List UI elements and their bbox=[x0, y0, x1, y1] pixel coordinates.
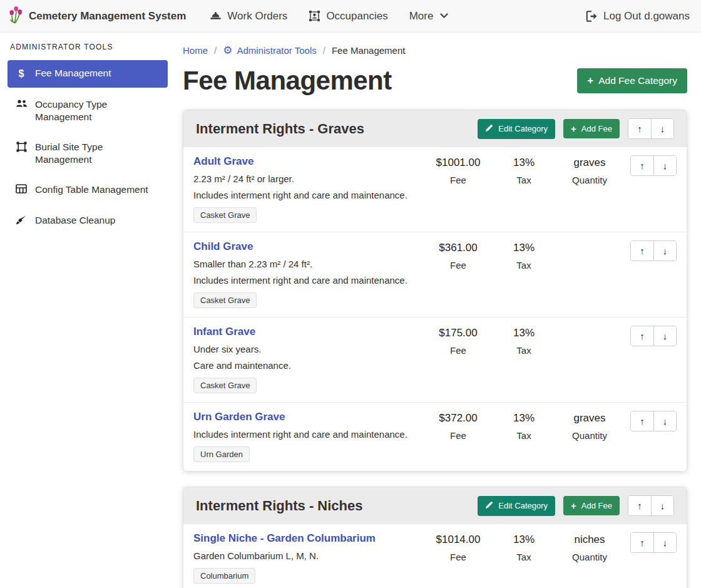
fee-amount: $1014.00 bbox=[424, 534, 493, 546]
breadcrumb-admin-tools-link[interactable]: Administrator Tools bbox=[237, 45, 316, 56]
quantity-label: Quantity bbox=[555, 430, 624, 441]
fee-reorder-controls: ↑ ↓ bbox=[630, 411, 677, 431]
quantity-unit: graves bbox=[555, 157, 624, 169]
fee-amount: $1001.00 bbox=[424, 157, 493, 169]
fee-label: Fee bbox=[424, 175, 493, 185]
tax-label: Tax bbox=[493, 552, 555, 562]
fee-type-badge: Casket Grave bbox=[193, 378, 257, 393]
fee-description: Under six years. bbox=[193, 344, 424, 354]
category-reorder-controls: ↑ ↓ bbox=[628, 118, 674, 139]
hard-hat-icon bbox=[210, 11, 222, 21]
fee-row: Adult Grave 2.23 m² / 24 ft² or larger. … bbox=[183, 147, 687, 232]
add-fee-button[interactable]: + Add Fee bbox=[563, 496, 620, 515]
breadcrumb-separator: / bbox=[214, 45, 217, 56]
move-down-button[interactable]: ↓ bbox=[651, 496, 673, 515]
fee-amount: $372.00 bbox=[424, 412, 493, 425]
move-up-button[interactable]: ↑ bbox=[631, 241, 653, 260]
sidebar-item-label: Burial Site Type Management bbox=[35, 141, 160, 166]
quantity-unit: niches bbox=[555, 534, 624, 546]
top-navbar: Cemetery Management System Work Orders bbox=[0, 0, 701, 33]
fee-description: Includes interment right and care and ma… bbox=[193, 429, 424, 440]
fee-label: Fee bbox=[424, 260, 493, 271]
move-down-button[interactable]: ↓ bbox=[653, 533, 676, 552]
tax-label: Tax bbox=[493, 175, 555, 185]
fee-category-card-graves: Interment Rights - Graves Edit Category … bbox=[183, 110, 687, 472]
table-icon bbox=[15, 184, 28, 193]
fee-description: Includes interment right and care and ma… bbox=[193, 275, 424, 286]
move-up-button[interactable]: ↑ bbox=[631, 533, 653, 552]
nav-occupancies[interactable]: Occupancies bbox=[309, 10, 387, 23]
fee-category-card-niches: Interment Rights - Niches Edit Category … bbox=[183, 487, 687, 588]
fee-reorder-controls: ↑ ↓ bbox=[630, 240, 677, 261]
breadcrumb-current: Fee Management bbox=[332, 45, 406, 56]
sidebar-item-burial-site-type[interactable]: Burial Site Type Management bbox=[8, 134, 168, 173]
tax-percent: 13% bbox=[493, 327, 555, 339]
move-down-button[interactable]: ↓ bbox=[653, 411, 676, 431]
sidebar-item-config-table[interactable]: Config Table Management bbox=[8, 177, 168, 203]
pencil-icon bbox=[485, 501, 493, 511]
move-down-button[interactable]: ↓ bbox=[651, 119, 673, 138]
fee-reorder-controls: ↑ ↓ bbox=[630, 155, 677, 176]
fee-type-badge: Urn Garden bbox=[193, 446, 250, 462]
plus-icon: + bbox=[571, 125, 576, 133]
sidebar-item-label: Occupancy Type Management bbox=[35, 98, 160, 123]
plus-icon: + bbox=[571, 502, 576, 510]
logout-button[interactable]: Log Out d.gowans bbox=[586, 10, 690, 23]
move-up-button[interactable]: ↑ bbox=[631, 411, 653, 431]
breadcrumb: Home / ⚙ Administrator Tools / Fee Manag… bbox=[183, 45, 687, 56]
nav-work-orders-label: Work Orders bbox=[227, 10, 287, 23]
move-down-button[interactable]: ↓ bbox=[653, 156, 676, 175]
fee-name-link[interactable]: Infant Grave bbox=[193, 326, 255, 338]
category-reorder-controls: ↑ ↓ bbox=[628, 495, 674, 516]
fee-description: Garden Columbarium L, M, N. bbox=[193, 550, 424, 561]
tax-percent: 13% bbox=[493, 412, 555, 425]
fee-reorder-controls: ↑ ↓ bbox=[630, 532, 677, 553]
fee-description: Smaller than 2.23 m² / 24 ft². bbox=[193, 259, 424, 269]
sidebar-item-occupancy-type[interactable]: Occupancy Type Management bbox=[8, 91, 168, 130]
sidebar-item-label: Database Cleanup bbox=[35, 214, 115, 227]
edit-category-button[interactable]: Edit Category bbox=[478, 119, 555, 139]
move-up-button[interactable]: ↑ bbox=[631, 156, 653, 175]
move-down-button[interactable]: ↓ bbox=[653, 326, 676, 346]
breadcrumb-home-link[interactable]: Home bbox=[183, 45, 208, 56]
move-down-button[interactable]: ↓ bbox=[653, 241, 676, 260]
category-title: Interment Rights - Niches bbox=[196, 498, 478, 514]
gear-icon: ⚙ bbox=[223, 45, 232, 56]
sidebar-item-database-cleanup[interactable]: Database Cleanup bbox=[8, 207, 168, 234]
sidebar: ADMINISTRATOR TOOLS $ Fee Management Occ… bbox=[0, 33, 175, 588]
app-brand[interactable]: Cemetery Management System bbox=[8, 6, 186, 27]
plus-icon: + bbox=[587, 76, 593, 85]
category-header: Interment Rights - Graves Edit Category … bbox=[183, 110, 687, 147]
move-up-button[interactable]: ↑ bbox=[628, 496, 651, 515]
tax-label: Tax bbox=[493, 345, 555, 356]
category-title: Interment Rights - Graves bbox=[196, 121, 478, 137]
add-fee-button[interactable]: + Add Fee bbox=[563, 119, 620, 138]
quantity-unit: graves bbox=[555, 412, 624, 425]
fee-type-badge: Casket Grave bbox=[193, 292, 257, 308]
fee-label: Fee bbox=[424, 430, 493, 441]
page-title: Fee Management bbox=[183, 66, 392, 96]
fee-amount: $175.00 bbox=[424, 327, 493, 339]
fee-name-link[interactable]: Child Grave bbox=[193, 240, 253, 253]
nav-more-label: More bbox=[409, 10, 434, 23]
nav-work-orders[interactable]: Work Orders bbox=[210, 10, 287, 23]
edit-category-button[interactable]: Edit Category bbox=[478, 496, 555, 516]
sidebar-item-fee-management[interactable]: $ Fee Management bbox=[8, 60, 168, 88]
sign-out-icon bbox=[586, 11, 598, 22]
tax-percent: 13% bbox=[493, 157, 555, 169]
sidebar-item-label: Fee Management bbox=[35, 67, 111, 80]
category-header: Interment Rights - Niches Edit Category … bbox=[183, 487, 687, 524]
move-up-button[interactable]: ↑ bbox=[631, 326, 653, 346]
fee-name-link[interactable]: Urn Garden Grave bbox=[193, 411, 285, 423]
main-content: Home / ⚙ Administrator Tools / Fee Manag… bbox=[175, 33, 701, 588]
person-frame-icon bbox=[309, 10, 320, 22]
add-fee-category-button[interactable]: + Add Fee Category bbox=[577, 68, 687, 93]
fee-row: Infant Grave Under six years. Care and m… bbox=[183, 317, 687, 402]
frame-icon bbox=[15, 142, 28, 152]
fee-type-badge: Casket Grave bbox=[193, 207, 257, 223]
fee-amount: $361.00 bbox=[424, 242, 493, 254]
move-up-button[interactable]: ↑ bbox=[628, 119, 651, 138]
fee-name-link[interactable]: Adult Grave bbox=[193, 155, 253, 168]
nav-more-menu[interactable]: More bbox=[409, 10, 449, 23]
fee-name-link[interactable]: Single Niche - Garden Columbarium bbox=[193, 532, 376, 545]
